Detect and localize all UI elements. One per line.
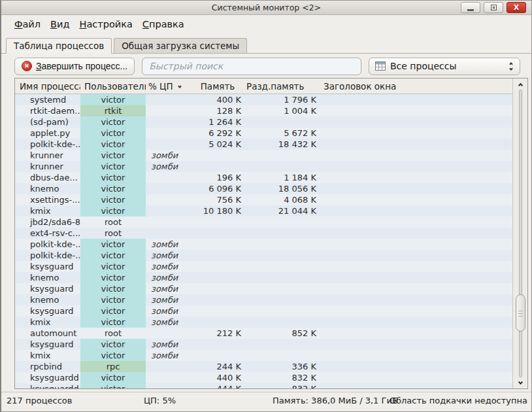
process-window-title-cell	[321, 383, 512, 388]
process-memory-cell	[191, 261, 244, 272]
end-process-button[interactable]: ✕ Завершить процесс...	[14, 58, 135, 75]
process-name-cell: kmix	[15, 205, 80, 216]
table-row[interactable]: ksysguardd victor 444 K 832 K	[15, 383, 512, 388]
process-name-cell: ext4-rsv-c...	[15, 228, 80, 239]
process-cpu-cell	[146, 194, 191, 205]
scroll-up-button[interactable]	[513, 80, 528, 90]
table-row[interactable]: ksysguard victor зомби	[15, 261, 512, 272]
process-user-cell: victor	[80, 116, 146, 128]
process-window-title-cell	[321, 283, 512, 294]
process-shared-memory-cell: 18 432 K	[244, 139, 321, 150]
process-window-title-cell	[321, 139, 512, 150]
column-header-memory[interactable]: Память	[191, 81, 244, 92]
process-memory-cell: 196 K	[191, 172, 244, 183]
menu-file[interactable]: Файл	[14, 19, 41, 29]
process-user-cell: root	[80, 328, 146, 339]
process-memory-cell	[191, 305, 244, 317]
process-shared-memory-cell: 4 068 K	[244, 194, 321, 205]
process-user-cell: victor	[80, 161, 146, 172]
process-cpu-cell	[146, 383, 191, 388]
scrollbar-track[interactable]	[519, 90, 522, 377]
scroll-down-button[interactable]	[513, 377, 528, 386]
process-memory-cell	[191, 228, 244, 239]
process-cpu-cell	[146, 128, 191, 139]
process-cpu-cell	[146, 205, 191, 216]
vertical-scrollbar[interactable]	[512, 78, 527, 388]
table-row[interactable]: systemd victor 400 K 1 796 K	[15, 94, 512, 105]
table-row[interactable]: ksysguard victor зомби	[15, 283, 512, 294]
process-user-cell: victor	[80, 172, 146, 183]
process-user-cell: victor	[80, 339, 146, 350]
table-row[interactable]: applet.py victor 6 292 K 5 672 K	[15, 128, 512, 139]
process-user-cell: victor	[80, 194, 146, 205]
table-row[interactable]: automount root 212 K 852 K	[15, 328, 512, 339]
process-memory-cell: 440 K	[191, 372, 244, 383]
table-row[interactable]: krunner victor зомби	[15, 150, 512, 161]
table-row[interactable]: rpcbind rpc 244 K 336 K	[15, 361, 512, 372]
process-window-title-cell	[321, 183, 512, 194]
process-memory-cell	[191, 239, 244, 250]
menu-view[interactable]: Вид	[50, 19, 69, 29]
process-user-cell: victor	[80, 261, 146, 272]
process-shared-memory-cell	[244, 350, 321, 361]
table-row[interactable]: rtkit-daem... rtkit 128 K 1 004 K	[15, 105, 512, 116]
table-row[interactable]: kmix victor зомби	[15, 350, 512, 361]
process-cpu-cell: зомби	[146, 272, 191, 283]
table-row[interactable]: kmix victor 10 180 K 21 044 K	[15, 205, 512, 216]
table-row[interactable]: polkit-kde-... victor зомби	[15, 250, 512, 261]
table-row[interactable]: knemo victor зомби	[15, 272, 512, 283]
process-cpu-cell	[146, 116, 191, 128]
table-header: Имя процесса Пользователь % ЦП Память Ра…	[15, 78, 512, 94]
scrollbar-thumb[interactable]	[516, 294, 525, 332]
combo-spinner-icon	[510, 63, 514, 70]
menu-settings[interactable]: Настройка	[79, 19, 132, 29]
process-name-cell: ksysguard	[15, 305, 80, 317]
table-row[interactable]: dbus-dae... victor 196 K 1 184 K	[15, 172, 512, 183]
table-row[interactable]: krunner victor зомби	[15, 161, 512, 172]
titlebar[interactable]: Системный монитор <2> X	[1, 1, 531, 15]
table-row[interactable]: xsettings-... victor 756 K 4 068 K	[15, 194, 512, 205]
process-name-cell: automount	[15, 328, 80, 339]
tab-process-table[interactable]: Таблица процессов	[6, 38, 112, 54]
process-user-cell: victor	[80, 183, 146, 194]
table-row[interactable]: ksysguard victor зомби	[15, 339, 512, 350]
column-header-name[interactable]: Имя процесса	[15, 81, 80, 92]
menu-help[interactable]: Справка	[142, 19, 184, 29]
table-row[interactable]: ext4-rsv-c... root	[15, 228, 512, 239]
process-window-title-cell	[321, 305, 512, 317]
column-header-window-title[interactable]: Заголовок окна	[321, 81, 512, 92]
process-table: Имя процесса Пользователь % ЦП Память Ра…	[14, 78, 528, 389]
table-row[interactable]: kmix victor зомби	[15, 317, 512, 328]
menubar: Файл Вид Настройка Справка	[1, 16, 184, 33]
process-name-cell: knemo	[15, 183, 80, 194]
column-header-cpu[interactable]: % ЦП	[146, 81, 191, 92]
maximize-button[interactable]	[484, 2, 503, 13]
quick-search-input[interactable]	[142, 58, 361, 75]
process-cpu-cell	[146, 228, 191, 239]
chevron-up-icon	[518, 82, 523, 87]
table-row[interactable]: polkit-kde-... victor 5 024 K 18 432 K	[15, 139, 512, 150]
table-row[interactable]: knemo victor зомби	[15, 294, 512, 305]
table-row[interactable]: polkit-kde-... victor зомби	[15, 239, 512, 250]
sort-descending-icon	[178, 84, 182, 88]
process-memory-cell: 212 K	[191, 328, 244, 339]
process-window-title-cell	[321, 361, 512, 372]
tab-system-load[interactable]: Общая загрузка системы	[114, 38, 247, 53]
minimize-button[interactable]	[461, 2, 480, 13]
process-window-title-cell	[321, 161, 512, 172]
table-row[interactable]: jbd2/sda6-8 root	[15, 216, 512, 228]
table-row[interactable]: ksysguard victor зомби	[15, 305, 512, 317]
table-row[interactable]: ksysguardd victor 440 K 832 K	[15, 372, 512, 383]
memory-usage: Память: 386,0 МиБ / 3,1 ГиБ	[273, 396, 398, 405]
process-cpu-cell	[146, 139, 191, 150]
close-button[interactable]: X	[507, 2, 526, 13]
table-row[interactable]: knemo victor 6 096 K 18 056 K	[15, 183, 512, 194]
column-header-shared-memory[interactable]: Разд.память	[244, 81, 321, 92]
end-process-icon: ✕	[22, 61, 32, 71]
process-memory-cell	[191, 350, 244, 361]
column-header-user[interactable]: Пользователь	[80, 81, 146, 92]
process-filter-select[interactable]: Все процессы	[369, 58, 520, 75]
process-cpu-cell	[146, 94, 191, 105]
process-cpu-cell	[146, 105, 191, 116]
table-row[interactable]: (sd-pam) victor 1 264 K	[15, 116, 512, 128]
